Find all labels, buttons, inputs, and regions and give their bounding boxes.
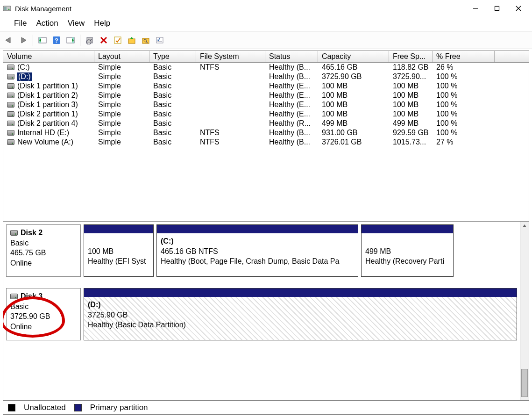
col-free[interactable]: Free Sp... [389,51,433,62]
minimize-button[interactable] [465,1,486,15]
disk3-state: Online [10,322,77,332]
col-filesystem[interactable]: File System [196,51,265,62]
volume-icon [7,74,14,79]
partition-stripe [84,288,517,297]
legend-primary: Primary partition [90,403,148,412]
volume-icon [7,83,14,89]
volume-icon [7,93,14,98]
folder-search-button[interactable] [139,34,152,47]
window-title: Disk Management [15,5,71,13]
disk2-title: Disk 2 [21,228,43,238]
partition-stripe [157,225,358,233]
titlebar: Disk Management [0,0,532,17]
col-capacity[interactable]: Capacity [318,51,389,62]
disk3-title: Disk 3 [21,291,43,302]
delete-button[interactable] [97,34,110,47]
volume-row[interactable]: New Volume (A:)SimpleBasicNTFSHealthy (B… [3,137,529,147]
disk-row-disk2[interactable]: Disk 2 Basic 465.75 GB Online 100 MBHeal… [6,224,517,277]
volume-icon [7,139,14,145]
legend-swatch-primary [74,404,82,411]
hard-disk-icon [10,294,18,299]
volume-icon [7,65,14,70]
properties-button[interactable] [111,34,124,47]
help-button[interactable]: ? [50,34,63,47]
graphical-disk-area: Disk 2 Basic 465.75 GB Online 100 MBHeal… [3,222,529,400]
volume-icon [7,102,14,108]
svg-marker-24 [130,37,134,39]
disk2-type: Basic [10,238,77,248]
volume-row[interactable]: (Disk 1 partition 2)SimpleBasicHealthy (… [3,91,529,100]
svg-marker-7 [6,37,10,43]
show-panel-button[interactable] [36,34,49,47]
disk-row-disk3[interactable]: Disk 3 Basic 3725.90 GB Online (D:)3725.… [6,288,517,340]
back-button[interactable] [3,34,16,47]
partition-block[interactable]: 100 MBHealthy (EFI Syst [84,224,154,277]
legend-swatch-unallocated [8,404,15,411]
volume-list[interactable]: (C:)SimpleBasicNTFSHealthy (B...465.16 G… [3,63,529,222]
svg-point-2 [8,9,10,10]
partition-block[interactable]: (D:)3725.90 GBHealthy (Basic Data Partit… [84,288,517,340]
partition-stripe [84,225,153,233]
scroll-up-icon[interactable] [522,223,527,228]
disk-label-disk3[interactable]: Disk 3 Basic 3725.90 GB Online [6,288,81,340]
col-volume[interactable]: Volume [3,51,94,62]
menu-view[interactable]: View [68,19,85,28]
legend-unallocated: Unallocated [24,403,66,412]
main-pane: Volume Layout Type File System Status Ca… [3,50,529,400]
volume-icon [7,121,14,126]
volume-row[interactable]: Internal HD (E:)SimpleBasicNTFSHealthy (… [3,128,529,137]
volume-list-header: Volume Layout Type File System Status Ca… [3,51,529,63]
app-icon [3,4,11,13]
close-button[interactable] [508,1,529,15]
svg-rect-23 [128,39,135,43]
menu-action[interactable]: Action [36,19,58,28]
svg-marker-30 [523,224,526,227]
scrollbar[interactable] [520,222,529,400]
partition-block[interactable]: (C:)465.16 GB NTFSHealthy (Boot, Page Fi… [156,224,358,277]
hard-disk-icon [10,230,18,236]
volume-row[interactable]: (Disk 1 partition 1)SimpleBasicHealthy (… [3,81,529,91]
partition-block[interactable]: 499 MBHealthy (Recovery Parti [361,224,454,277]
disk3-type: Basic [10,302,77,312]
scrollbar-thumb[interactable] [521,369,528,397]
disk3-size: 3725.90 GB [10,311,77,322]
col-type[interactable]: Type [149,51,196,62]
svg-rect-22 [114,37,121,43]
folder-up-button[interactable] [125,34,138,47]
forward-button[interactable] [17,34,30,47]
maximize-button[interactable] [486,1,508,15]
svg-text:?: ? [55,37,58,44]
col-pctfree[interactable]: % Free [433,51,495,62]
volume-row[interactable]: (Disk 2 partition 4)SimpleBasicHealthy (… [3,119,529,128]
disk-label-disk2[interactable]: Disk 2 Basic 465.75 GB Online [6,224,81,277]
volume-row[interactable]: (Disk 2 partition 1)SimpleBasicHealthy (… [3,109,529,119]
partition-stripe [362,225,453,233]
volume-row[interactable]: (D:)SimpleBasicHealthy (B...3725.90 GB37… [3,72,529,81]
menu-file[interactable]: File [14,19,27,28]
volume-row[interactable]: (C:)SimpleBasicNTFSHealthy (B...465.16 G… [3,63,529,72]
menu-bar: File Action View Help [0,17,532,31]
volume-row[interactable]: (Disk 1 partition 3)SimpleBasicHealthy (… [3,100,529,109]
menu-help[interactable]: Help [94,19,110,28]
svg-marker-8 [21,37,26,43]
svg-rect-1 [4,7,7,10]
col-layout[interactable]: Layout [94,51,149,62]
volume-icon [7,111,14,117]
toolbar: ? [0,31,532,49]
refresh-button[interactable] [83,34,96,47]
check-list-button[interactable] [153,34,166,47]
disk2-state: Online [10,258,77,268]
volume-icon [7,130,14,136]
show-panel2-button[interactable] [64,34,77,47]
svg-rect-4 [495,7,499,11]
legend: Unallocated Primary partition [3,400,529,415]
col-status[interactable]: Status [265,51,318,62]
disk2-size: 465.75 GB [10,248,77,258]
